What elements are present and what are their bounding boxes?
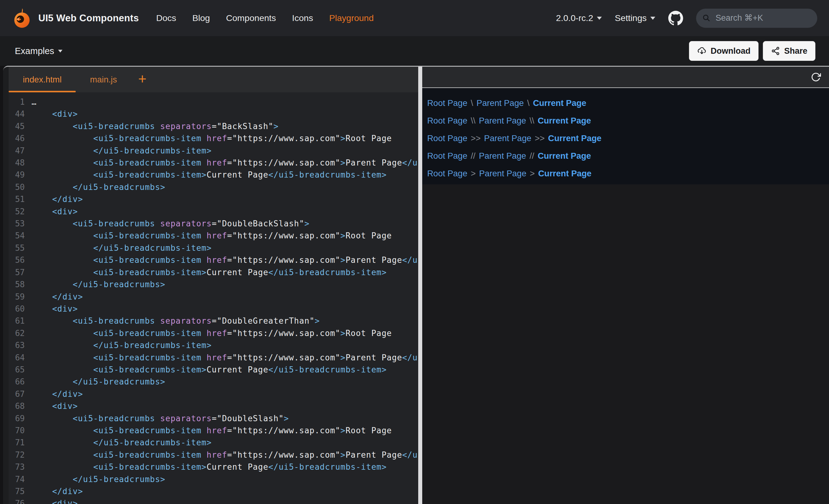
line-number: 71 — [9, 437, 25, 449]
line-content: <ui5-breadcrumbs-item href="https://www.… — [25, 327, 392, 339]
chevron-down-icon — [58, 50, 63, 52]
code-line: 44 <div> — [9, 108, 418, 120]
breadcrumb-current: Current Page — [538, 169, 591, 179]
nav-item-components[interactable]: Components — [226, 13, 276, 23]
share-icon — [771, 46, 780, 55]
github-icon[interactable] — [668, 11, 683, 26]
code-line: 47 </ui5-breadcrumbs-item> — [9, 145, 418, 157]
line-content: <ui5-breadcrumbs-item href="https://www.… — [25, 425, 392, 437]
line-number: 56 — [9, 254, 25, 266]
version-dropdown[interactable]: 2.0.0-rc.2 — [556, 13, 602, 23]
breadcrumb-link[interactable]: Root Page — [427, 98, 467, 108]
nav-item-icons[interactable]: Icons — [292, 13, 313, 23]
breadcrumb-separator: \ — [527, 98, 530, 108]
line-number: 53 — [9, 218, 25, 230]
download-button[interactable]: Download — [689, 41, 759, 61]
breadcrumb-link[interactable]: Parent Page — [479, 151, 526, 161]
breadcrumb-current: Current Page — [538, 151, 591, 161]
share-label: Share — [784, 46, 807, 56]
breadcrumb-separator: \\ — [530, 116, 534, 126]
code-line: 49 <ui5-breadcrumbs-item>Current Page</u… — [9, 169, 418, 181]
line-number: 47 — [9, 145, 25, 157]
line-content: </ui5-breadcrumbs> — [25, 473, 166, 486]
toolbar-actions: Download Share — [689, 41, 816, 61]
settings-dropdown[interactable]: Settings — [615, 13, 655, 23]
code-line: 52 <div> — [9, 206, 418, 218]
line-content: </ui5-breadcrumbs> — [25, 181, 166, 193]
breadcrumb-separator: > — [471, 169, 476, 179]
line-content: <ui5-breadcrumbs separators="DoubleBackS… — [25, 218, 310, 230]
breadcrumb-row: Root Page\Parent Page\Current Page — [427, 94, 829, 112]
nav-item-docs[interactable]: Docs — [156, 13, 176, 23]
playground-app: UI5 Web Components DocsBlogComponentsIco… — [0, 0, 829, 504]
breadcrumb-separator: // — [530, 151, 534, 161]
line-content: </div> — [25, 486, 83, 498]
line-content: <ui5-breadcrumbs separators="DoubleGreat… — [25, 315, 320, 327]
code-line: 54 <ui5-breadcrumbs-item href="https://w… — [9, 230, 418, 242]
chevron-down-icon — [597, 17, 602, 20]
code-line: 53 <ui5-breadcrumbs separators="DoubleBa… — [9, 218, 418, 230]
tab-label: index.html — [23, 75, 62, 85]
playground-toolbar: Examples Download Share — [0, 36, 829, 66]
line-content: <ui5-breadcrumbs-item href="https://www.… — [25, 132, 392, 145]
code-line: 76 <div> — [9, 498, 418, 504]
main-nav: DocsBlogComponentsIconsPlayground — [156, 13, 374, 23]
line-number: 57 — [9, 267, 25, 278]
breadcrumb-link[interactable]: Parent Page — [484, 133, 531, 143]
line-content: </div> — [25, 388, 83, 400]
line-content: <div> — [25, 303, 78, 315]
code-line: 71 </ui5-breadcrumbs-item> — [9, 437, 418, 449]
breadcrumb-row: Root Page>>Parent Page>>Current Page — [427, 129, 829, 147]
code-line: 57 <ui5-breadcrumbs-item>Current Page</u… — [9, 267, 418, 278]
code-line: 70 <ui5-breadcrumbs-item href="https://w… — [9, 425, 418, 437]
new-tab-button[interactable]: + — [131, 67, 153, 92]
download-label: Download — [711, 46, 751, 56]
breadcrumb-link[interactable]: Root Page — [427, 116, 467, 126]
breadcrumb-link[interactable]: Parent Page — [477, 98, 524, 108]
breadcrumb-link[interactable]: Root Page — [427, 169, 467, 179]
breadcrumb-current: Current Page — [548, 133, 602, 143]
brand-title[interactable]: UI5 Web Components — [38, 13, 139, 24]
code-line: 65 <ui5-breadcrumbs-item>Current Page</u… — [9, 364, 418, 376]
preview-frame: Root Page\Parent Page\Current PageRoot P… — [422, 88, 829, 184]
line-content: </ui5-breadcrumbs> — [25, 376, 166, 388]
line-content: <ui5-breadcrumbs-item href="https://www.… — [25, 352, 418, 364]
breadcrumb-link[interactable]: Parent Page — [479, 116, 526, 126]
breadcrumb-link[interactable]: Root Page — [427, 133, 467, 143]
nav-item-playground[interactable]: Playground — [329, 13, 374, 23]
examples-label: Examples — [15, 46, 54, 56]
refresh-icon — [811, 72, 821, 82]
line-number: 66 — [9, 376, 25, 388]
breadcrumb-separator: >> — [535, 133, 545, 143]
code-editor[interactable]: 1…44 <div>45 <ui5-breadcrumbs separators… — [9, 92, 418, 504]
breadcrumb-link[interactable]: Root Page — [427, 151, 467, 161]
line-number: 1 — [9, 96, 25, 108]
examples-dropdown[interactable]: Examples — [15, 46, 63, 56]
line-content: <ui5-breadcrumbs separators="BackSlash"> — [25, 120, 279, 132]
code-line: 59 </div> — [9, 291, 418, 303]
code-line: 67 </div> — [9, 388, 418, 400]
line-number: 75 — [9, 486, 25, 498]
tab-index-html[interactable]: index.html — [9, 67, 76, 92]
line-number: 48 — [9, 157, 25, 169]
breadcrumb-link[interactable]: Parent Page — [479, 169, 527, 179]
breadcrumb-current: Current Page — [538, 116, 591, 126]
share-button[interactable]: Share — [763, 41, 816, 61]
code-line: 68 <div> — [9, 400, 418, 412]
panel-resize-handle[interactable] — [418, 67, 422, 504]
breadcrumb-current: Current Page — [533, 98, 586, 108]
ui5-phoenix-logo-icon[interactable] — [12, 8, 32, 29]
code-line: 1… — [9, 96, 418, 108]
tab-main-js[interactable]: main.js — [76, 67, 131, 92]
cloud-download-icon — [697, 46, 707, 56]
nav-item-blog[interactable]: Blog — [192, 13, 210, 23]
line-content: <ui5-breadcrumbs separators="DoubleSlash… — [25, 413, 289, 425]
refresh-button[interactable] — [808, 70, 823, 84]
line-content: <ui5-breadcrumbs-item>Current Page</ui5-… — [25, 169, 387, 181]
code-line: 66 </ui5-breadcrumbs> — [9, 376, 418, 388]
breadcrumb-row: Root Page\\Parent Page\\Current Page — [427, 112, 829, 129]
line-content: </ui5-breadcrumbs> — [25, 278, 166, 290]
search-input[interactable] — [715, 13, 811, 23]
code-line: 69 <ui5-breadcrumbs separators="DoubleSl… — [9, 413, 418, 425]
line-content: </ui5-breadcrumbs-item> — [25, 242, 212, 254]
